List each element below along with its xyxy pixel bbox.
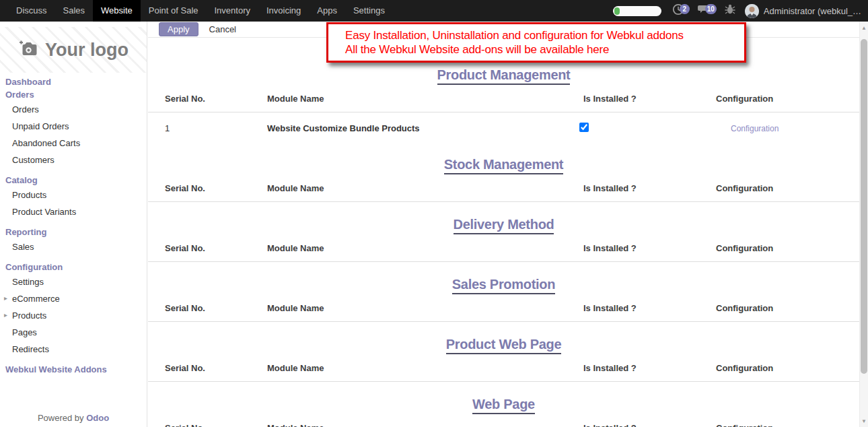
- timer-widget[interactable]: [613, 6, 661, 16]
- messages-button[interactable]: 10: [698, 4, 711, 18]
- divider: [148, 201, 859, 202]
- caret-right-icon: ▸: [4, 311, 7, 319]
- top-menu: Discuss Sales Website Point of Sale Inve…: [0, 0, 393, 22]
- section-product-web-page: Product Web Page Serial No. Module Name …: [148, 337, 859, 382]
- annotation-callout: Easy Installation, Uninstallation and co…: [326, 22, 746, 63]
- annotation-line-2: All the Webkul Website add-ons will be a…: [345, 42, 740, 57]
- column-header-serial: Serial No.: [165, 243, 267, 253]
- apply-button[interactable]: Apply: [159, 22, 198, 36]
- activity-count-badge: 2: [680, 4, 690, 14]
- user-menu[interactable]: Administrator (webkul_…: [745, 4, 861, 18]
- tab-website[interactable]: Website: [93, 0, 141, 22]
- section-title-row: Web Page: [148, 397, 859, 413]
- column-header-module: Module Name: [267, 94, 583, 104]
- divider: [148, 321, 859, 322]
- odoo-brand-link[interactable]: Odoo: [86, 413, 109, 423]
- column-header-serial: Serial No.: [165, 363, 267, 373]
- tab-sales[interactable]: Sales: [55, 0, 94, 22]
- section-title-link[interactable]: Sales Promotion: [452, 277, 555, 294]
- tab-discuss[interactable]: Discuss: [8, 0, 55, 22]
- message-count-badge: 10: [705, 4, 717, 14]
- column-header-configuration: Configuration: [716, 363, 848, 373]
- sidebar-item-config-products[interactable]: ▸ Products: [0, 307, 147, 324]
- cancel-button[interactable]: Cancel: [201, 24, 244, 34]
- user-name: Administrator (webkul_…: [764, 6, 861, 16]
- sidebar-item-customers[interactable]: Customers: [0, 152, 147, 168]
- section-product-management: Product Management Serial No. Module Nam…: [148, 67, 859, 142]
- sidebar-item-label: eCommerce: [12, 294, 60, 304]
- column-header-configuration: Configuration: [716, 243, 848, 253]
- divider: [148, 112, 859, 112]
- tab-inventory[interactable]: Inventory: [207, 0, 258, 22]
- sidebar-header-catalog[interactable]: Catalog: [0, 174, 147, 187]
- column-header-serial: Serial No.: [165, 423, 267, 427]
- section-title-link[interactable]: Stock Management: [444, 157, 563, 174]
- table-header-row: Serial No. Module Name Is Installed ? Co…: [148, 92, 859, 105]
- sidebar-item-pages[interactable]: Pages: [0, 324, 147, 341]
- sidebar-item-settings[interactable]: Settings: [0, 273, 147, 290]
- section-sales-promotion: Sales Promotion Serial No. Module Name I…: [148, 277, 859, 322]
- sidebar-item-unpaid-orders[interactable]: Unpaid Orders: [0, 118, 147, 135]
- sidebar-gap: [0, 220, 147, 226]
- sidebar-item-ecommerce[interactable]: ▸ eCommerce: [0, 290, 147, 307]
- scroll-down-icon[interactable]: ▼: [860, 418, 868, 424]
- caret-right-icon: ▸: [4, 294, 7, 302]
- powered-by-label: Powered by: [38, 413, 84, 423]
- table-header-row: Serial No. Module Name Is Installed ? Co…: [148, 181, 859, 195]
- divider: [148, 261, 859, 262]
- sidebar-header-orders[interactable]: Orders: [0, 88, 147, 101]
- sidebar-item-products[interactable]: Products: [0, 187, 147, 203]
- sidebar-gap: [0, 168, 147, 174]
- sidebar-item-orders[interactable]: Orders: [0, 101, 147, 118]
- table-header-row: Serial No. Module Name Is Installed ? Co…: [148, 301, 859, 315]
- table-header-row: Serial No. Module Name Is Installed ? Co…: [148, 241, 859, 255]
- tab-settings[interactable]: Settings: [345, 0, 393, 22]
- divider: [148, 381, 859, 382]
- debug-button[interactable]: [725, 4, 735, 18]
- sidebar-item-label: Products: [12, 310, 46, 321]
- scrollbar-thumb[interactable]: [861, 39, 867, 374]
- tab-apps[interactable]: Apps: [309, 0, 345, 22]
- sidebar-header-configuration[interactable]: Configuration: [0, 261, 147, 273]
- column-header-module: Module Name: [267, 243, 583, 253]
- column-header-serial: Serial No.: [165, 183, 267, 193]
- column-header-configuration: Configuration: [716, 303, 848, 313]
- tab-invoicing[interactable]: Invoicing: [258, 0, 309, 22]
- sidebar-header-reporting[interactable]: Reporting: [0, 226, 147, 238]
- section-stock-management: Stock Management Serial No. Module Name …: [148, 157, 859, 202]
- scroll-up-icon[interactable]: ▲: [860, 25, 868, 31]
- topbar-right: 2 10 Administrator (webkul_…: [613, 4, 868, 18]
- sidebar-gap: [0, 358, 147, 363]
- timer-progress: [614, 7, 620, 15]
- main-content: Apply Cancel Easy Installation, Uninstal…: [148, 22, 859, 427]
- sidebar-item-product-variants[interactable]: Product Variants: [0, 203, 147, 220]
- section-title-row: Delivery Method: [148, 217, 859, 233]
- column-header-installed: Is Installed ?: [583, 183, 716, 193]
- section-delivery-method: Delivery Method Serial No. Module Name I…: [148, 217, 859, 262]
- section-title-row: Product Web Page: [148, 337, 859, 353]
- section-title-link[interactable]: Delivery Method: [454, 217, 554, 234]
- sidebar-item-redirects[interactable]: Redirects: [0, 341, 147, 358]
- sidebar-item-dashboard[interactable]: Dashboard: [0, 75, 147, 88]
- vertical-scrollbar[interactable]: ▲ ▼: [859, 22, 868, 427]
- column-header-module: Module Name: [267, 303, 583, 313]
- sidebar-item-abandoned-carts[interactable]: Abandoned Carts: [0, 135, 147, 152]
- activities-button[interactable]: 2: [672, 4, 684, 18]
- logo-text: Your logo: [45, 40, 129, 61]
- column-header-configuration: Configuration: [716, 423, 848, 427]
- column-header-installed: Is Installed ?: [583, 303, 716, 313]
- section-title-link[interactable]: Product Management: [437, 67, 571, 85]
- is-installed-checkbox[interactable]: [579, 123, 589, 132]
- sidebar-item-sales[interactable]: Sales: [0, 238, 147, 255]
- module-sections: Product Management Serial No. Module Nam…: [148, 67, 859, 427]
- tab-point-of-sale[interactable]: Point of Sale: [141, 0, 207, 22]
- sidebar-item-webkul-website-addons[interactable]: Webkul Website Addons: [0, 363, 147, 376]
- column-header-configuration: Configuration: [716, 183, 848, 193]
- section-title-link[interactable]: Product Web Page: [446, 337, 562, 354]
- section-title-link[interactable]: Web Page: [472, 397, 535, 414]
- configuration-link[interactable]: Configuration: [731, 124, 779, 133]
- installed-cell: [583, 123, 716, 134]
- column-header-installed: Is Installed ?: [583, 363, 716, 373]
- bug-icon: [725, 3, 735, 18]
- company-logo: Your logo: [0, 27, 147, 73]
